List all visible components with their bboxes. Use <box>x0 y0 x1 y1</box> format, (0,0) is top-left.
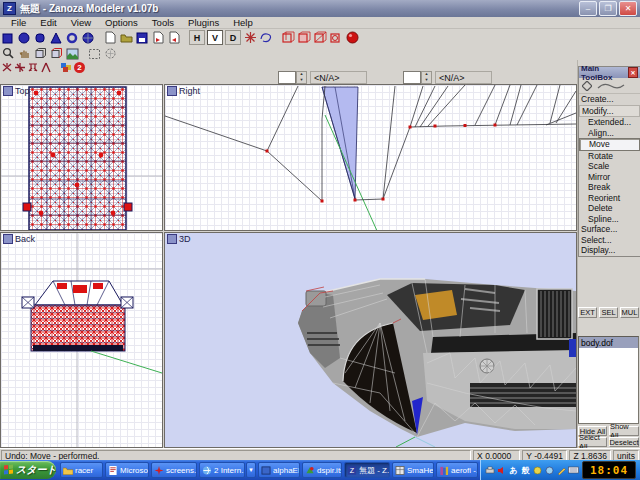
toolbox-item-rotate[interactable]: Rotate <box>579 151 640 162</box>
toolbox-item-reorient[interactable]: Reorient <box>579 193 640 204</box>
export-file-icon[interactable] <box>166 30 182 45</box>
visible-mode-button[interactable]: V <box>207 30 223 45</box>
select-rectangle-icon[interactable] <box>86 46 102 61</box>
select-objects-mode-icon[interactable] <box>39 62 52 74</box>
task-group-dropdown-icon[interactable]: ▼ <box>246 462 256 478</box>
ime-pen-icon[interactable] <box>556 465 567 476</box>
toolbox-item-display[interactable]: Display... <box>579 245 640 256</box>
toolbox-curve-icon[interactable] <box>594 80 628 91</box>
volume-tray-icon[interactable] <box>496 465 507 476</box>
create-cylinder-icon[interactable] <box>32 30 48 45</box>
hide-mode-button[interactable]: H <box>189 30 205 45</box>
spin-down-icon[interactable]: ▼ <box>297 78 306 84</box>
toolbox-item-spline[interactable]: Spline... <box>579 214 640 225</box>
zoom-extents-cube-icon[interactable] <box>48 46 64 61</box>
task-racer[interactable]: racer <box>60 462 103 478</box>
menu-file[interactable]: File <box>4 17 33 28</box>
toolbox-item-select[interactable]: Select... <box>579 235 640 246</box>
viewport-menu-icon[interactable] <box>167 234 177 244</box>
open-file-icon[interactable] <box>118 30 134 45</box>
toolbox-title-bar[interactable]: Main ToolBox ✕ <box>579 67 640 78</box>
spinner-left-input[interactable] <box>278 71 296 84</box>
toolbox-item-break[interactable]: Break <box>579 182 640 193</box>
printer-tray-icon[interactable] <box>484 465 495 476</box>
display-mode-button[interactable]: D <box>225 30 241 45</box>
viewport-menu-icon[interactable] <box>3 86 13 96</box>
snap-star-icon[interactable] <box>242 30 258 45</box>
select-faces-mode-icon[interactable] <box>26 62 39 74</box>
menu-tools[interactable]: Tools <box>145 17 181 28</box>
viewport-3d[interactable]: 3D <box>164 232 577 448</box>
toolbox-stop-icon[interactable] <box>580 80 594 91</box>
spinner-left-arrows[interactable]: ▲▼ <box>296 71 307 84</box>
material-palette-icon[interactable] <box>58 60 74 75</box>
import-file-icon[interactable] <box>150 30 166 45</box>
object-list[interactable]: body.dof <box>578 336 639 424</box>
toolbox-close-icon[interactable]: ✕ <box>628 67 638 78</box>
show-all-button[interactable]: Show All <box>609 426 639 436</box>
deselect-button[interactable]: Deselect <box>609 437 639 447</box>
task-dspirits[interactable]: dspir.its... <box>302 462 342 478</box>
save-file-icon[interactable] <box>134 30 150 45</box>
toolbox-item-scale[interactable]: Scale <box>579 161 640 172</box>
level-2-badge-icon[interactable]: 2 <box>74 62 85 73</box>
restore-button[interactable]: ❐ <box>599 1 617 16</box>
menu-view[interactable]: View <box>64 17 98 28</box>
select-edges-mode-icon[interactable] <box>13 62 26 74</box>
viewport-menu-icon[interactable] <box>167 86 177 96</box>
pan-hand-icon[interactable] <box>16 46 32 61</box>
task-aerofi[interactable]: aerofi -... <box>436 462 478 478</box>
create-torus-icon[interactable] <box>64 30 80 45</box>
view-cube-1-icon[interactable] <box>280 30 296 45</box>
task-zmodeler-active[interactable]: Z 無題 - Z... <box>344 462 390 478</box>
start-button[interactable]: スタート <box>0 461 56 479</box>
create-sphere-icon[interactable] <box>16 30 32 45</box>
select-circle-icon[interactable] <box>102 46 118 61</box>
spinner-right-arrows[interactable]: ▲▼ <box>421 71 432 84</box>
object-list-item-body-dof[interactable]: body.dof <box>579 337 638 348</box>
menu-options[interactable]: Options <box>98 17 145 28</box>
tray-clock[interactable]: 18:04 <box>582 461 636 479</box>
minimize-button[interactable]: – <box>579 1 597 16</box>
menu-help[interactable]: Help <box>226 17 260 28</box>
sel-button[interactable]: SEL <box>599 307 618 318</box>
mul-button[interactable]: MUL <box>620 307 639 318</box>
task-alphaedit[interactable]: alphaEDI... <box>258 462 300 478</box>
view-cube-4-icon[interactable] <box>328 30 344 45</box>
task-screens[interactable]: screens... <box>151 462 197 478</box>
new-file-icon[interactable] <box>102 30 118 45</box>
viewport-top[interactable]: Top <box>0 84 163 231</box>
create-geosphere-icon[interactable] <box>80 30 96 45</box>
task-smahey[interactable]: SmaHey <box>392 462 434 478</box>
toolbox-item-surface[interactable]: Surface... <box>579 224 640 235</box>
toolbox-item-mirror[interactable]: Mirror <box>579 172 640 183</box>
lasso-select-icon[interactable] <box>258 30 274 45</box>
rotate-view-cube-icon[interactable] <box>32 46 48 61</box>
view-cube-3-icon[interactable] <box>312 30 328 45</box>
create-box-icon[interactable] <box>0 30 16 45</box>
ime-general-icon[interactable]: 般 <box>520 465 531 476</box>
toolbox-item-move[interactable]: Move <box>579 138 640 151</box>
toolbox-item-create[interactable]: Create... <box>579 94 640 105</box>
viewport-menu-icon[interactable] <box>3 234 13 244</box>
toolbox-item-modify[interactable]: Modify... <box>579 105 640 118</box>
spin-down-icon[interactable]: ▼ <box>422 78 431 84</box>
toolbox-item-delete[interactable]: Delete <box>579 203 640 214</box>
zoom-icon[interactable] <box>0 46 16 61</box>
select-all-button[interactable]: Select All <box>578 437 607 447</box>
task-microsoft[interactable]: Microsof... <box>105 462 149 478</box>
create-cone-icon[interactable] <box>48 30 64 45</box>
ime-keyboard-icon[interactable] <box>568 465 579 476</box>
viewport-right[interactable]: Right <box>164 84 577 231</box>
task-internet-group[interactable]: 2 Intern... <box>199 462 245 478</box>
menu-plugins[interactable]: Plugins <box>181 17 226 28</box>
close-button[interactable]: ✕ <box>619 1 637 16</box>
viewport-back[interactable]: Back <box>0 232 163 448</box>
background-image-icon[interactable] <box>64 46 80 61</box>
ext-button[interactable]: EXT <box>578 307 597 318</box>
toolbox-item-extended[interactable]: Extended... <box>579 117 640 128</box>
ime-hiragana-icon[interactable]: あ <box>508 465 519 476</box>
select-vertices-mode-icon[interactable] <box>0 62 13 74</box>
toolbox-item-align[interactable]: Align... <box>579 128 640 139</box>
menu-edit[interactable]: Edit <box>33 17 63 28</box>
